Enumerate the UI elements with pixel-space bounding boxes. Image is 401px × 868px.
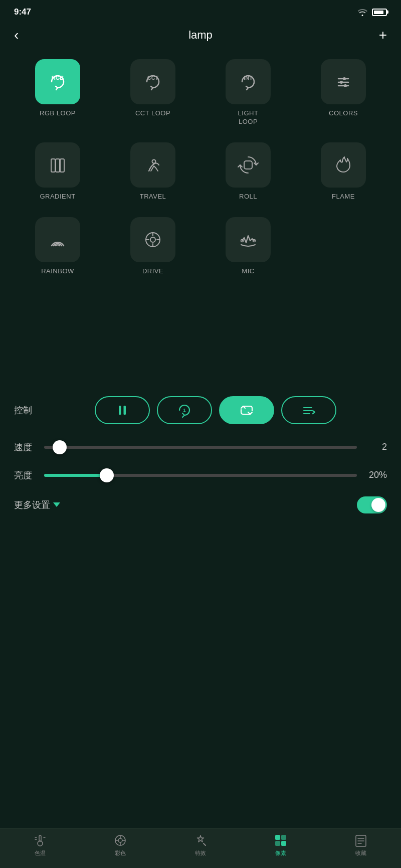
brightness-slider[interactable]	[44, 468, 357, 482]
controls-section: 控制 1	[0, 386, 401, 534]
mode-item-flame[interactable]: FLAME	[296, 136, 391, 211]
toggle-knob	[371, 498, 385, 512]
more-settings-toggle[interactable]	[357, 496, 387, 513]
speed-row: 速度 2	[14, 440, 387, 454]
mode-label-rgb-loop: RGB LOOP	[40, 109, 76, 118]
svg-point-34	[118, 838, 122, 842]
nav-item-color-temp[interactable]: 色温	[0, 833, 80, 858]
repeat-one-button[interactable]: 1	[157, 396, 212, 424]
speed-slider[interactable]	[44, 440, 357, 454]
mode-icon-travel	[130, 142, 175, 188]
main-content: RGB RGB LOOP CCT CCT LOOP IN	[0, 53, 401, 584]
svg-rect-22	[119, 406, 121, 415]
wifi-icon	[357, 8, 368, 16]
svg-line-39	[204, 843, 206, 845]
mode-item-drive[interactable]: DRIVE	[105, 211, 200, 286]
add-button[interactable]: +	[367, 27, 387, 43]
mode-label-roll: ROLL	[239, 193, 257, 201]
nav-label-pixel: 像素	[275, 849, 286, 857]
nav-icon-color	[113, 833, 127, 847]
page-title: lamp	[188, 29, 213, 42]
speed-thumb[interactable]	[53, 440, 67, 454]
playlist-button[interactable]	[281, 396, 336, 424]
mode-icon-mic	[226, 217, 271, 262]
more-settings-label[interactable]: 更多设置	[14, 499, 357, 511]
nav-item-color[interactable]: 彩色	[80, 833, 160, 858]
svg-rect-23	[124, 406, 126, 415]
back-button[interactable]: ‹	[14, 27, 34, 43]
mode-icon-drive	[130, 217, 175, 262]
control-buttons: 1	[44, 396, 387, 424]
mode-item-roll[interactable]: ROLL	[200, 136, 296, 211]
brightness-row: 亮度 20%	[14, 468, 387, 482]
mode-item-mic[interactable]: MIC	[200, 211, 296, 286]
mode-label-light-loop: LIGHT LOOP	[238, 109, 259, 126]
pause-button[interactable]	[95, 396, 150, 424]
repeat-button[interactable]	[219, 396, 274, 424]
nav-item-favorites[interactable]: 收藏	[321, 833, 401, 858]
mode-label-flame: FLAME	[332, 193, 355, 201]
mode-item-travel[interactable]: TRAVEL	[105, 136, 200, 211]
nav-icon-effects	[193, 833, 208, 847]
svg-point-6	[340, 81, 343, 84]
mode-icon-rgb-loop: RGB	[35, 59, 80, 104]
svg-rect-11	[60, 159, 64, 172]
mode-label-cct-loop: CCT LOOP	[135, 109, 170, 118]
speed-value: 2	[357, 442, 387, 452]
mode-label-rainbow: RAINBOW	[41, 267, 74, 276]
mode-label-colors: COLORS	[329, 109, 358, 118]
brightness-thumb[interactable]	[100, 468, 114, 482]
svg-text:1: 1	[183, 408, 185, 413]
svg-rect-43	[281, 841, 286, 846]
svg-rect-41	[281, 835, 286, 840]
mode-item-light-loop[interactable]: INT LIGHT LOOP	[200, 53, 296, 136]
battery-icon	[372, 9, 387, 16]
mode-label-travel: TRAVEL	[140, 193, 166, 201]
svg-rect-40	[275, 835, 280, 840]
brightness-value: 20%	[357, 470, 387, 480]
svg-point-8	[344, 84, 347, 87]
nav-icon-pixel	[274, 833, 288, 847]
mode-icon-rainbow	[35, 217, 80, 262]
nav-item-pixel[interactable]: 像素	[241, 833, 321, 858]
svg-point-12	[152, 159, 156, 163]
svg-point-15	[150, 237, 155, 242]
mode-item-rainbow[interactable]: RAINBOW	[10, 211, 105, 286]
empty-space	[0, 286, 401, 386]
bottom-nav: 色温 彩色 特效	[0, 828, 401, 868]
svg-rect-28	[39, 835, 41, 841]
svg-rect-13	[244, 161, 252, 169]
mode-icon-colors	[321, 59, 366, 104]
nav-item-effects[interactable]: 特效	[160, 833, 241, 858]
brightness-label: 亮度	[14, 469, 44, 481]
svg-point-4	[343, 77, 346, 80]
nav-label-favorites: 收藏	[355, 849, 366, 857]
header: ‹ lamp +	[0, 22, 401, 53]
mode-label-gradient: GRADIENT	[40, 193, 75, 201]
mode-icon-flame	[321, 142, 366, 188]
mode-label-mic: MIC	[242, 267, 254, 276]
nav-icon-favorites	[354, 833, 368, 847]
mode-icon-light-loop: INT	[226, 59, 271, 104]
speed-label: 速度	[14, 441, 44, 453]
mode-icon-gradient	[35, 142, 80, 188]
mode-label-drive: DRIVE	[142, 267, 163, 276]
svg-rect-10	[56, 159, 60, 172]
nav-label-effects: 特效	[195, 849, 206, 857]
mode-icon-roll	[226, 142, 271, 188]
nav-icon-color-temp	[33, 833, 47, 847]
mode-icon-cct-loop: CCT	[130, 59, 175, 104]
mode-item-rgb-loop[interactable]: RGB RGB LOOP	[10, 53, 105, 136]
svg-rect-42	[275, 841, 280, 846]
svg-rect-9	[51, 159, 55, 172]
expand-triangle-icon	[53, 502, 60, 507]
mode-item-gradient[interactable]: GRADIENT	[10, 136, 105, 211]
status-bar: 9:47	[0, 0, 401, 22]
nav-label-color-temp: 色温	[35, 849, 46, 857]
mode-grid: RGB RGB LOOP CCT CCT LOOP IN	[0, 53, 401, 286]
mode-item-colors[interactable]: COLORS	[296, 53, 391, 136]
status-icons	[357, 8, 387, 16]
nav-label-color: 彩色	[115, 849, 126, 857]
control-row: 控制 1	[14, 396, 387, 424]
mode-item-cct-loop[interactable]: CCT CCT LOOP	[105, 53, 200, 136]
